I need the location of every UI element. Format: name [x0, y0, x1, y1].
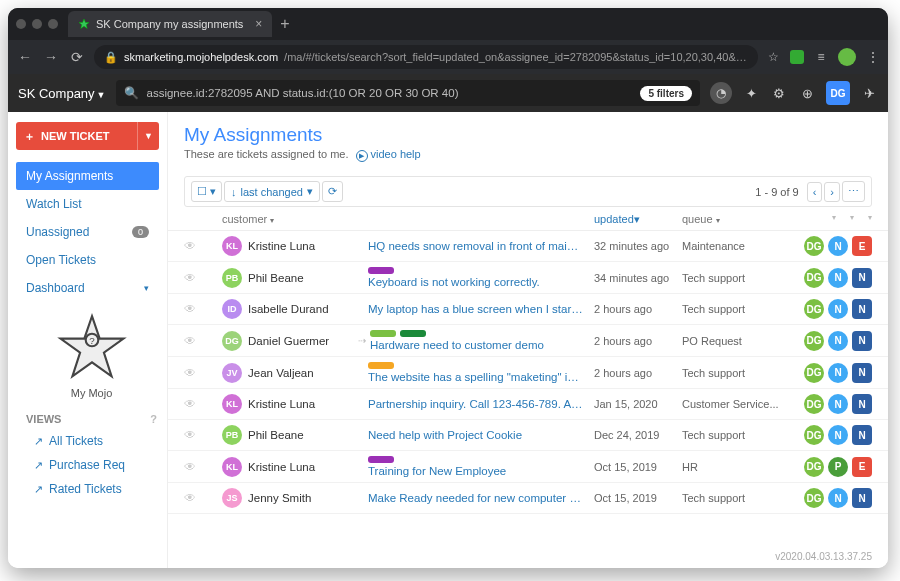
browser-menu-icon[interactable]: ⋮	[866, 49, 880, 65]
view-link-rated-tickets[interactable]: ↗Rated Tickets	[16, 477, 167, 501]
ticket-subject[interactable]: Make Ready needed for new computer for n…	[368, 492, 594, 504]
globe-icon[interactable]: ⊕	[798, 86, 816, 101]
watch-icon[interactable]: 👁	[184, 491, 196, 505]
ticket-subject[interactable]: My laptop has a blue screen when I start…	[368, 303, 594, 315]
ticket-row[interactable]: 👁KLKristine LunaTraining for New Employe…	[168, 451, 888, 483]
new-ticket-dropdown[interactable]: ▼	[137, 122, 159, 150]
status-badge[interactable]: DG	[804, 299, 824, 319]
close-tab-icon[interactable]: ×	[255, 17, 262, 31]
extension-icon[interactable]	[790, 50, 804, 64]
view-link-purchase-req[interactable]: ↗Purchase Req	[16, 453, 167, 477]
my-mojo-widget[interactable]: ? My Mojo	[16, 312, 167, 399]
sidebar-item-unassigned[interactable]: Unassigned0	[16, 218, 159, 246]
ticket-subject[interactable]: Partnership inquiry. Call 123-456-789. A…	[368, 398, 594, 410]
brand-dropdown[interactable]: SK Company▼	[18, 86, 106, 101]
new-tab-button[interactable]: +	[280, 15, 289, 33]
ticket-subject-link[interactable]: Need help with Project Cookie	[368, 429, 522, 441]
reload-button[interactable]: ⟳	[68, 49, 86, 65]
ticket-subject-link[interactable]: Hardware need to customer demo	[370, 339, 544, 351]
status-badge[interactable]: N	[852, 331, 872, 351]
help-icon[interactable]: ?	[150, 413, 157, 425]
status-badge[interactable]: N	[828, 236, 848, 256]
url-field[interactable]: 🔒 skmarketing.mojohelpdesk.com /ma/#/tic…	[94, 45, 758, 69]
refresh-button[interactable]: ⟳	[322, 181, 343, 202]
status-badge[interactable]: N	[852, 488, 872, 508]
ticket-subject[interactable]: HQ needs snow removal in front of main d…	[368, 240, 594, 252]
ticket-subject-link[interactable]: My laptop has a blue screen when I start…	[368, 303, 594, 315]
ticket-subject-link[interactable]: Make Ready needed for new computer for n…	[368, 492, 594, 504]
status-badge[interactable]: DG	[804, 488, 824, 508]
status-badge[interactable]: N	[828, 268, 848, 288]
view-link-all-tickets[interactable]: ↗All Tickets	[16, 429, 167, 453]
status-badge[interactable]: DG	[804, 394, 824, 414]
ticket-subject[interactable]: Hardware need to customer demo	[370, 330, 594, 351]
col-queue[interactable]: queue ▾	[682, 213, 720, 225]
sidebar-item-dashboard[interactable]: Dashboard▾	[16, 274, 159, 302]
ticket-row[interactable]: 👁JVJean ValjeanThe website has a spellin…	[168, 357, 888, 389]
status-badge[interactable]: N	[828, 425, 848, 445]
watch-icon[interactable]: 👁	[184, 460, 196, 474]
ticket-subject-link[interactable]: HQ needs snow removal in front of main d…	[368, 240, 594, 252]
status-badge[interactable]: DG	[804, 425, 824, 445]
ticket-subject[interactable]: Keyboard is not working correctly.	[368, 267, 594, 288]
next-page-button[interactable]: ›	[824, 182, 840, 202]
sidebar-item-my-assignments[interactable]: My Assignments	[16, 162, 159, 190]
plugin-icon[interactable]: ✦	[742, 86, 760, 101]
ticket-subject[interactable]: Training for New Employee	[368, 456, 594, 477]
status-badge[interactable]: DG	[804, 331, 824, 351]
window-controls[interactable]	[16, 19, 58, 29]
sidebar-item-watch-list[interactable]: Watch List	[16, 190, 159, 218]
watch-icon[interactable]: 👁	[184, 366, 196, 380]
forward-button[interactable]: →	[42, 49, 60, 65]
ticket-row[interactable]: 👁KLKristine LunaPartnership inquiry. Cal…	[168, 389, 888, 420]
ticket-subject-link[interactable]: Keyboard is not working correctly.	[368, 276, 540, 288]
back-button[interactable]: ←	[16, 49, 34, 65]
status-badge[interactable]: N	[852, 299, 872, 319]
sort-dropdown[interactable]: ↓ last changed ▾	[224, 181, 320, 202]
bookmark-icon[interactable]: ☆	[766, 50, 780, 64]
status-badge[interactable]: N	[828, 363, 848, 383]
ticket-subject[interactable]: The website has a spelling "maketing" in…	[368, 362, 594, 383]
ticket-row[interactable]: 👁DGDaniel Guermer⇢Hardware need to custo…	[168, 325, 888, 357]
profile-avatar[interactable]	[838, 48, 856, 66]
status-badge[interactable]: N	[828, 394, 848, 414]
status-badge[interactable]: N	[828, 331, 848, 351]
sidebar-item-open-tickets[interactable]: Open Tickets	[16, 246, 159, 274]
status-badge[interactable]: DG	[804, 268, 824, 288]
browser-tab[interactable]: SK Company my assignments ×	[68, 11, 272, 37]
select-all-checkbox[interactable]: ☐ ▾	[191, 181, 222, 202]
ticket-row[interactable]: 👁PBPhil BeaneKeyboard is not working cor…	[168, 262, 888, 294]
watch-icon[interactable]: 👁	[184, 397, 196, 411]
ticket-subject-link[interactable]: The website has a spelling "maketing" in…	[368, 371, 594, 383]
bolt-icon[interactable]: ✈	[860, 86, 878, 101]
clock-icon[interactable]: ◔	[710, 82, 732, 104]
status-badge[interactable]: N	[852, 425, 872, 445]
ticket-subject-link[interactable]: Training for New Employee	[368, 465, 506, 477]
ticket-row[interactable]: 👁JSJenny SmithMake Ready needed for new …	[168, 483, 888, 514]
reader-icon[interactable]: ≡	[814, 50, 828, 64]
watch-icon[interactable]: 👁	[184, 428, 196, 442]
ticket-subject[interactable]: Need help with Project Cookie	[368, 429, 594, 441]
gear-icon[interactable]: ⚙	[770, 86, 788, 101]
ticket-row[interactable]: 👁KLKristine LunaHQ needs snow removal in…	[168, 231, 888, 262]
watch-icon[interactable]: 👁	[184, 239, 196, 253]
status-badge[interactable]: E	[852, 236, 872, 256]
status-badge[interactable]: N	[852, 394, 872, 414]
status-badge[interactable]: N	[852, 363, 872, 383]
status-badge[interactable]: P	[828, 457, 848, 477]
col-updated[interactable]: updated▾	[594, 213, 640, 225]
watch-icon[interactable]: 👁	[184, 334, 196, 348]
status-badge[interactable]: N	[852, 268, 872, 288]
new-ticket-button[interactable]: ＋ NEW TICKET ▼	[16, 122, 159, 150]
status-badge[interactable]: N	[828, 488, 848, 508]
col-customer[interactable]: customer ▾	[222, 213, 274, 225]
ticket-row[interactable]: 👁IDIsabelle DurandMy laptop has a blue s…	[168, 294, 888, 325]
search-input[interactable]	[147, 87, 633, 99]
ticket-row[interactable]: 👁PBPhil BeaneNeed help with Project Cook…	[168, 420, 888, 451]
ticket-subject-link[interactable]: Partnership inquiry. Call 123-456-789. A…	[368, 398, 594, 410]
status-badge[interactable]: DG	[804, 363, 824, 383]
filters-pill[interactable]: 5 filters	[640, 86, 692, 101]
watch-icon[interactable]: 👁	[184, 271, 196, 285]
watch-icon[interactable]: 👁	[184, 302, 196, 316]
prev-page-button[interactable]: ‹	[807, 182, 823, 202]
